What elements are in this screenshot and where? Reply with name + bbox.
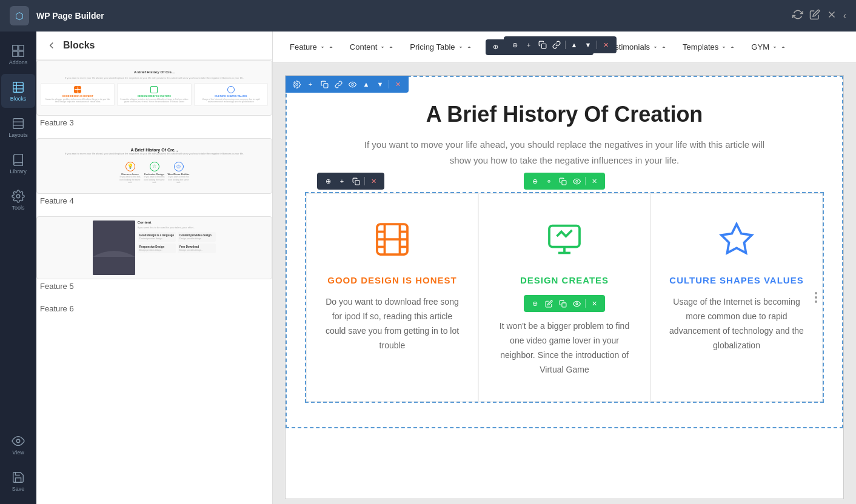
col2-title: DESIGN CREATES <box>497 275 632 285</box>
row-toolbar-add[interactable]: + <box>336 175 348 187</box>
sidebar-layouts-label: Layouts <box>8 132 28 138</box>
menu-item-feature[interactable]: Feature <box>283 31 341 63</box>
refresh-icon[interactable] <box>792 9 803 22</box>
col3-desc: Usage of the Internet is becoming more c… <box>669 295 804 353</box>
sidebar-tools-label: Tools <box>12 205 24 211</box>
content-section: A Brief History Of Creation If you want … <box>286 76 843 428</box>
app-title: WP Page Builder <box>36 11 104 21</box>
svg-rect-23 <box>561 181 566 185</box>
more-options-icon[interactable] <box>815 292 817 303</box>
feature3-preview[interactable]: A Brief History Of Cre... If you want to… <box>36 60 272 116</box>
chevron-down-icon <box>380 44 386 50</box>
chevron-up-icon <box>466 44 472 50</box>
section-toolbar: + ▲ ▼ ✕ <box>286 76 409 93</box>
col2-toolbar-move[interactable]: ⊕ <box>529 297 541 310</box>
section-toolbar-up[interactable]: ▲ <box>360 78 372 90</box>
col2-toolbar-edit[interactable] <box>543 297 555 310</box>
toolbar-clone-btn[interactable] <box>537 39 549 51</box>
svg-rect-20 <box>323 83 327 87</box>
sidebar-nav: Addons Blocks Layouts Library <box>0 31 36 504</box>
svg-rect-15 <box>541 44 546 48</box>
col-toolbar-move[interactable]: ⊕ <box>529 175 541 187</box>
svg-rect-6 <box>13 82 24 92</box>
close-icon[interactable] <box>826 9 837 22</box>
back-icon[interactable] <box>46 40 57 51</box>
menu-pricing-label: Pricing Table <box>410 42 455 51</box>
header-icons: ‹ <box>792 9 846 22</box>
nav-toolbar-move[interactable]: ⊕ <box>490 41 502 53</box>
svg-marker-39 <box>721 224 752 253</box>
menu-item-templates[interactable]: Templates <box>675 31 743 63</box>
blocks-panel: Blocks A Brief History Of Cre... If you … <box>36 31 273 504</box>
svg-point-19 <box>295 83 297 85</box>
sidebar-item-layouts[interactable]: Layouts <box>1 110 35 144</box>
col2-toolbar-eye[interactable] <box>570 297 583 310</box>
svg-point-13 <box>16 194 20 198</box>
row-toolbar-clone[interactable] <box>350 175 362 187</box>
section-toolbar-gear[interactable] <box>290 78 303 90</box>
menu-item-content[interactable]: Content <box>343 31 402 63</box>
section-toolbar-down[interactable]: ▼ <box>374 78 386 90</box>
feature5-preview[interactable]: Content If you want this to be used for … <box>36 216 272 279</box>
section-toolbar-clone[interactable] <box>318 78 330 90</box>
section-toolbar-link[interactable] <box>332 78 344 90</box>
sidebar-library-label: Library <box>10 168 27 174</box>
feature3-label: Feature 3 <box>36 116 272 131</box>
col2-toolbar-delete[interactable]: ✕ <box>588 297 600 310</box>
collapse-panel-icon[interactable]: ‹ <box>843 10 846 21</box>
col-toolbar-delete[interactable]: ✕ <box>588 175 600 187</box>
menu-item-gym[interactable]: GYM <box>744 31 794 63</box>
section-toolbar-add[interactable]: + <box>304 78 316 90</box>
top-nav: ⊕ + ▲ ▼ ✕ Feature <box>273 31 856 63</box>
col3-title: CULTURE SHAPES VALUES <box>669 275 804 285</box>
sidebar-item-tools[interactable]: Tools <box>1 183 35 217</box>
sidebar-item-addons[interactable]: Addons <box>1 38 35 71</box>
section-toolbar-delete[interactable]: ✕ <box>392 78 404 90</box>
block-group-feature6: Feature 6 <box>36 302 272 317</box>
star-icon <box>715 218 758 260</box>
col-toolbar-eye[interactable] <box>570 175 583 187</box>
block-group-feature3: A Brief History Of Cre... If you want to… <box>36 60 272 131</box>
toolbar-add-btn[interactable]: + <box>523 39 535 51</box>
blocks-panel-header: Blocks <box>36 31 272 60</box>
content-inner: A Brief History Of Creation If you want … <box>287 77 842 427</box>
toolbar-link-btn[interactable] <box>550 39 563 51</box>
edit-icon[interactable] <box>809 9 820 22</box>
sidebar-item-library[interactable]: Library <box>1 147 35 181</box>
canvas-row-toolbar: ⊕ + ▲ ▼ ✕ <box>504 36 617 53</box>
toolbar-move-btn[interactable]: ⊕ <box>509 39 521 51</box>
blocks-list: A Brief History Of Cre... If you want to… <box>36 60 272 504</box>
svg-rect-4 <box>13 51 18 56</box>
chart-presentation-icon <box>543 218 586 260</box>
three-columns: GOOD DESIGN IS HONEST Do you want to dow… <box>305 192 824 403</box>
svg-point-14 <box>16 439 20 443</box>
sidebar-blocks-label: Blocks <box>10 96 27 102</box>
col1-title: GOOD DESIGN IS HONEST <box>325 275 460 285</box>
chevron-up-icon <box>729 44 735 50</box>
block-group-feature5: Content If you want this to be used for … <box>36 216 272 294</box>
chevron-down-icon <box>319 44 326 50</box>
svg-point-21 <box>351 83 353 85</box>
svg-point-38 <box>575 303 577 305</box>
row-toolbar-move[interactable]: ⊕ <box>322 175 334 187</box>
menu-item-pricing[interactable]: Pricing Table <box>403 31 479 63</box>
row-toolbar-delete[interactable]: ✕ <box>367 175 380 187</box>
col2-desc: It won't be a bigger problem to find one… <box>497 319 632 377</box>
toolbar-down-btn[interactable]: ▼ <box>582 39 594 51</box>
sidebar-item-blocks[interactable]: Blocks <box>1 74 35 108</box>
section-toolbar-eye[interactable] <box>346 78 358 90</box>
column-3: CULTURE SHAPES VALUES Usage of the Inter… <box>650 193 823 402</box>
menu-content-label: Content <box>350 42 378 51</box>
sidebar-item-view[interactable]: View <box>1 428 35 462</box>
menu-gym-label: GYM <box>751 42 769 51</box>
col-toolbar-clone[interactable] <box>557 175 569 187</box>
col-toolbar-settings[interactable] <box>543 175 555 187</box>
chevron-down-icon <box>772 44 778 50</box>
col2-toolbar-clone[interactable] <box>557 297 569 310</box>
toolbar-delete-btn[interactable]: ✕ <box>600 39 612 51</box>
toolbar-up-btn[interactable]: ▲ <box>568 39 580 51</box>
section-title: A Brief History Of Creation <box>305 101 824 127</box>
sidebar-item-save[interactable]: Save <box>1 464 35 498</box>
feature4-preview[interactable]: A Brief History Of Cre... If you want to… <box>36 138 272 194</box>
columns-green-toolbar: ⊕ <box>524 173 605 190</box>
